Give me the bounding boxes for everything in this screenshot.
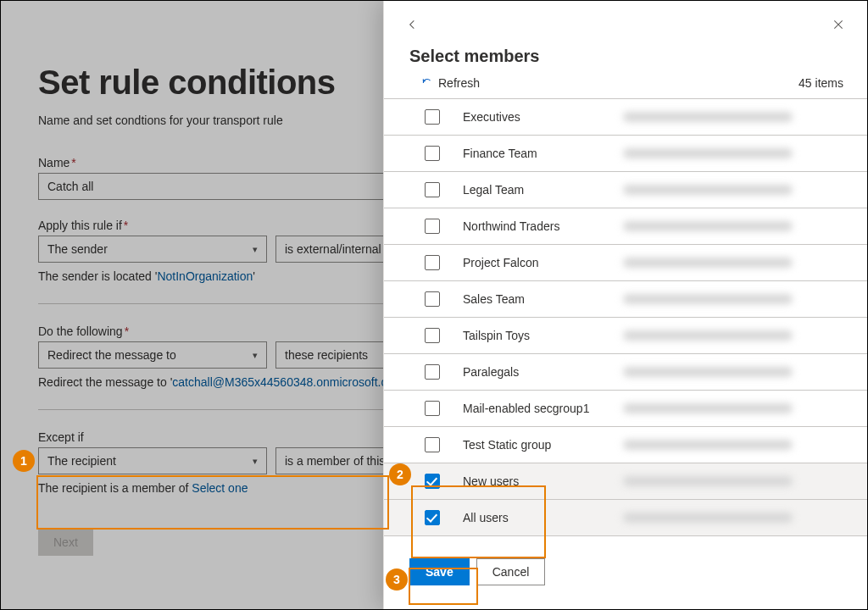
- members-list: ExecutivesFinance TeamLegal TeamNorthwin…: [384, 98, 867, 546]
- member-email-redacted: [623, 367, 850, 377]
- close-button[interactable]: [826, 13, 850, 36]
- member-name: Tailspin Toys: [463, 329, 603, 342]
- refresh-label: Refresh: [438, 76, 480, 90]
- member-checkbox[interactable]: [425, 328, 440, 343]
- member-email-redacted: [623, 476, 850, 486]
- member-checkbox[interactable]: [425, 364, 440, 380]
- member-row[interactable]: Test Static group: [384, 427, 867, 463]
- member-name: All users: [463, 511, 603, 524]
- annotation-marker-3: 3: [386, 568, 408, 591]
- member-row[interactable]: Paralegals: [384, 354, 867, 391]
- member-name: New users: [463, 474, 603, 488]
- member-name: Northwind Traders: [463, 219, 603, 233]
- cancel-button[interactable]: Cancel: [476, 558, 546, 585]
- member-email-redacted: [623, 258, 850, 268]
- member-email-redacted: [623, 330, 850, 341]
- member-name: Project Falcon: [463, 256, 603, 269]
- member-name: Finance Team: [463, 147, 603, 160]
- member-email-redacted: [623, 513, 850, 523]
- member-row[interactable]: Northwind Traders: [384, 208, 867, 245]
- member-email-redacted: [623, 294, 850, 304]
- member-name: Sales Team: [463, 292, 603, 306]
- member-row[interactable]: Tailspin Toys: [384, 318, 867, 354]
- member-email-redacted: [623, 112, 850, 122]
- back-button[interactable]: [401, 13, 425, 36]
- panel-title: Select members: [409, 47, 867, 66]
- annotation-marker-2: 2: [389, 463, 411, 485]
- member-checkbox[interactable]: [425, 291, 440, 307]
- member-email-redacted: [623, 221, 850, 231]
- member-name: Test Static group: [463, 438, 603, 452]
- member-row[interactable]: New users: [384, 463, 867, 500]
- member-row[interactable]: Project Falcon: [384, 245, 867, 281]
- member-checkbox[interactable]: [425, 437, 440, 452]
- refresh-icon: [421, 77, 433, 89]
- member-checkbox[interactable]: [425, 109, 440, 125]
- member-checkbox[interactable]: [425, 510, 440, 525]
- annotation-marker-1: 1: [13, 450, 35, 472]
- member-checkbox[interactable]: [425, 182, 440, 197]
- member-row[interactable]: Legal Team: [384, 172, 867, 208]
- member-row[interactable]: Finance Team: [384, 136, 867, 172]
- member-checkbox[interactable]: [425, 401, 440, 416]
- member-row[interactable]: Executives: [384, 99, 867, 136]
- member-name: Paralegals: [463, 365, 603, 379]
- select-members-panel: Select members Refresh 45 items Executiv…: [383, 1, 867, 609]
- member-email-redacted: [623, 148, 850, 158]
- member-checkbox[interactable]: [425, 219, 440, 234]
- member-name: Legal Team: [463, 183, 603, 197]
- member-name: Executives: [463, 110, 603, 124]
- member-row[interactable]: Sales Team: [384, 281, 867, 318]
- member-email-redacted: [623, 403, 850, 413]
- save-button[interactable]: Save: [409, 558, 470, 585]
- member-checkbox[interactable]: [425, 146, 440, 161]
- member-name: Mail-enabled secgroup1: [463, 402, 603, 415]
- member-row[interactable]: All users: [384, 500, 867, 536]
- items-count: 45 items: [798, 76, 843, 90]
- member-row[interactable]: Mail-enabled secgroup1: [384, 391, 867, 427]
- member-email-redacted: [623, 185, 850, 195]
- close-icon: [832, 18, 845, 31]
- member-checkbox[interactable]: [425, 474, 440, 489]
- member-checkbox[interactable]: [425, 255, 440, 270]
- arrow-left-icon: [406, 18, 420, 31]
- member-email-redacted: [623, 440, 850, 450]
- refresh-button[interactable]: Refresh: [421, 76, 480, 90]
